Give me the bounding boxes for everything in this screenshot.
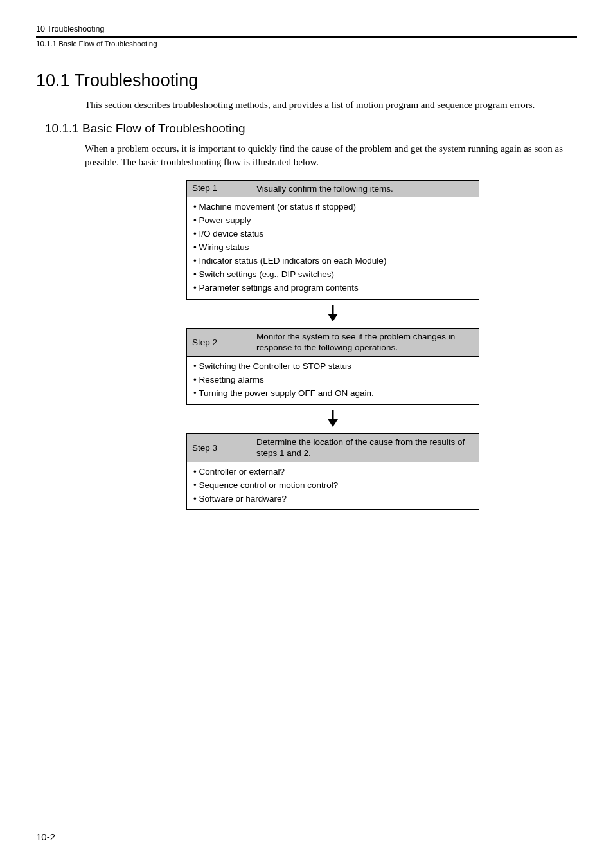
step-3-item: • Sequence control or motion control? bbox=[193, 479, 472, 493]
svg-marker-3 bbox=[328, 419, 338, 427]
header-rule bbox=[36, 36, 577, 38]
page-number: 10-2 bbox=[36, 831, 55, 842]
step-3-label: Step 3 bbox=[187, 434, 251, 462]
step-1-desc: Visually confirm the following items. bbox=[251, 181, 479, 197]
arrow-down bbox=[186, 405, 479, 433]
step-2-item: • Resetting alarms bbox=[193, 374, 472, 387]
step-1-item: • Indicator status (LED indicators on ea… bbox=[193, 255, 472, 268]
flow-diagram: Step 1 Visually confirm the following it… bbox=[186, 180, 479, 511]
step-2-header: Step 2 Monitor the system to see if the … bbox=[187, 329, 479, 357]
step-3-header: Step 3 Determine the location of the cau… bbox=[187, 434, 479, 462]
header-subsection: 10.1.1 Basic Flow of Troubleshooting bbox=[36, 40, 577, 48]
step-3-desc: Determine the location of the cause from… bbox=[251, 434, 479, 462]
header-chapter: 10 Troubleshooting bbox=[36, 24, 577, 33]
arrow-down-icon bbox=[326, 410, 339, 427]
step-1-item: • Machine movement (or status if stopped… bbox=[193, 201, 472, 214]
step-3-item: • Software or hardware? bbox=[193, 493, 472, 506]
step-2-item: • Turning the power supply OFF and ON ag… bbox=[193, 387, 472, 401]
arrow-down-icon bbox=[326, 305, 339, 321]
step-2-box: Step 2 Monitor the system to see if the … bbox=[186, 328, 479, 405]
svg-marker-1 bbox=[328, 314, 338, 321]
subsection-title: 10.1.1 Basic Flow of Troubleshooting bbox=[45, 122, 577, 136]
section-title: 10.1 Troubleshooting bbox=[36, 71, 577, 91]
step-2-body: • Switching the Controller to STOP statu… bbox=[187, 357, 479, 404]
step-2-desc: Monitor the system to see if the problem… bbox=[251, 329, 479, 356]
step-1-item: • Parameter settings and program content… bbox=[193, 282, 472, 295]
section-intro: This section describes troubleshooting m… bbox=[85, 98, 577, 111]
step-2-item: • Switching the Controller to STOP statu… bbox=[193, 360, 472, 374]
step-1-label: Step 1 bbox=[187, 181, 251, 197]
arrow-down bbox=[186, 300, 479, 328]
step-1-header: Step 1 Visually confirm the following it… bbox=[187, 181, 479, 198]
subsection-intro: When a problem occurs, it is important t… bbox=[85, 142, 577, 168]
step-3-box: Step 3 Determine the location of the cau… bbox=[186, 433, 479, 511]
step-1-item: • Switch settings (e.g., DIP switches) bbox=[193, 268, 472, 282]
step-3-item: • Controller or external? bbox=[193, 466, 472, 479]
step-3-body: • Controller or external? • Sequence con… bbox=[187, 462, 479, 510]
step-1-item: • Wiring status bbox=[193, 241, 472, 255]
step-1-body: • Machine movement (or status if stopped… bbox=[187, 197, 479, 298]
step-1-box: Step 1 Visually confirm the following it… bbox=[186, 180, 479, 300]
step-2-label: Step 2 bbox=[187, 329, 251, 356]
step-1-item: • I/O device status bbox=[193, 228, 472, 241]
step-1-item: • Power supply bbox=[193, 214, 472, 228]
